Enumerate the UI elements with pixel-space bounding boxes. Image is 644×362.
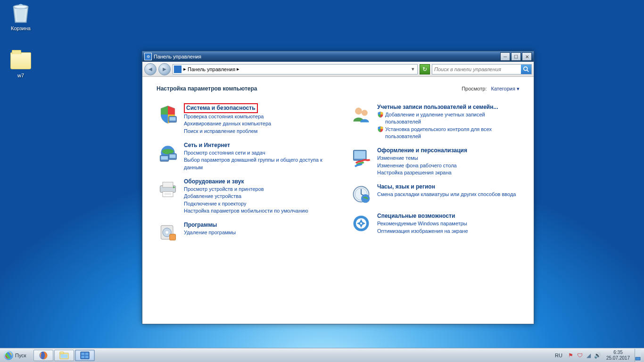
category-link[interactable]: Поиск и исправление проблем [184, 128, 271, 135]
view-dropdown[interactable]: Категория ▾ [491, 86, 520, 91]
svg-rect-37 [85, 353, 88, 355]
category-left-0: Система и безопасностьПроверка состояния… [157, 103, 326, 135]
category-link[interactable]: Просмотр состояния сети и задач [184, 149, 326, 156]
titlebar[interactable]: ⚙ Панель управления ─ ☐ ✕ [142, 51, 534, 62]
back-button[interactable]: ◄ [144, 63, 157, 75]
forward-button[interactable]: ► [158, 63, 171, 75]
control-panel-taskbar-icon [80, 351, 90, 360]
refresh-button[interactable]: ↻ [420, 64, 430, 74]
category-icon[interactable] [350, 183, 372, 206]
explorer-icon [59, 351, 69, 360]
firefox-icon [39, 351, 48, 360]
close-button[interactable]: ✕ [522, 52, 532, 61]
category-link[interactable]: Проверка состояния компьютера [184, 113, 271, 120]
tray-volume-icon[interactable]: 🔊 [594, 352, 602, 359]
category-link[interactable]: Архивирование данных компьютера [184, 120, 271, 127]
taskbar-control-panel[interactable] [75, 350, 95, 361]
category-link[interactable]: Подключение к проектору [184, 200, 308, 207]
category-link[interactable]: Удаление программы [184, 229, 236, 236]
taskbar-clock[interactable]: 6:35 25.07.2017 [604, 350, 632, 361]
svg-rect-34 [60, 354, 67, 358]
category-title[interactable]: Система и безопасность [184, 103, 271, 113]
taskbar-firefox[interactable] [33, 350, 53, 361]
taskbar: Пуск RU ⚑ 🛡 ◢ 🔊 6:35 25.07.2017 [0, 348, 644, 362]
recycle-bin-label: Корзина [3, 25, 39, 31]
search-button[interactable] [521, 65, 531, 74]
category-left-1: Сеть и ИнтернетПросмотр состояния сети и… [157, 141, 326, 171]
category-icon[interactable] [350, 147, 372, 169]
start-button[interactable]: Пуск [1, 349, 32, 362]
category-icon[interactable] [350, 103, 372, 126]
category-left-3: ПрограммыУдаление программы [157, 221, 326, 244]
svg-point-1 [524, 66, 528, 70]
svg-point-18 [165, 231, 168, 234]
search-input[interactable] [432, 66, 521, 72]
category-link[interactable]: Настройка разрешения экрана [377, 169, 467, 176]
category-link[interactable]: Оптимизация изображения на экране [377, 228, 468, 235]
category-left-2: Оборудование и звукПросмотр устройств и … [157, 178, 326, 214]
category-link[interactable]: Добавление и удаление учетных записей по… [377, 111, 520, 126]
minimize-button[interactable]: ─ [500, 52, 510, 61]
breadcrumb[interactable]: Панель управления [188, 66, 235, 72]
svg-rect-4 [170, 117, 176, 121]
category-title[interactable]: Оборудование и звук [184, 178, 308, 186]
control-panel-icon: ⚙ [144, 53, 152, 60]
tray-network-icon[interactable]: ◢ [585, 352, 593, 359]
page-heading: Настройка параметров компьютера [157, 85, 257, 92]
category-link[interactable]: Изменение темы [377, 155, 467, 162]
svg-rect-40 [636, 357, 640, 360]
category-link[interactable]: Добавление устройства [184, 193, 308, 200]
address-bar[interactable]: ▸ Панель управления ▸ ▾ [173, 64, 418, 74]
system-tray: RU ⚑ 🛡 ◢ 🔊 6:35 25.07.2017 [550, 349, 644, 362]
start-label: Пуск [15, 353, 26, 358]
svg-point-21 [362, 110, 368, 116]
svg-rect-33 [59, 352, 63, 354]
category-column-left: Система и безопасностьПроверка состояния… [157, 103, 326, 250]
recycle-bin-icon [9, 2, 32, 25]
category-icon[interactable] [157, 141, 179, 164]
language-indicator[interactable]: RU [553, 353, 564, 358]
show-desktop-button[interactable] [635, 349, 641, 362]
category-link[interactable]: Смена раскладки клавиатуры или других сп… [377, 191, 516, 198]
svg-rect-12 [163, 191, 173, 197]
category-title[interactable]: Программы [184, 221, 236, 229]
tray-security-icon[interactable]: 🛡 [576, 352, 584, 359]
category-icon[interactable] [157, 178, 179, 200]
category-title[interactable]: Учетные записи пользователей и семейн... [377, 103, 520, 111]
folder-w7-label: w7 [3, 73, 39, 78]
show-desktop-icon [635, 349, 641, 361]
maximize-button[interactable]: ☐ [511, 52, 521, 61]
control-panel-window: ⚙ Панель управления ─ ☐ ✕ ◄ ► ▸ Панель у… [142, 51, 534, 324]
category-title[interactable]: Оформление и персонализация [377, 147, 467, 155]
category-link[interactable]: Рекомендуемые Windows параметры [377, 220, 468, 227]
category-link[interactable]: Выбор параметров домашней группы и общег… [184, 156, 326, 171]
recycle-bin[interactable]: Корзина [3, 2, 39, 31]
tray-action-center-icon[interactable]: ⚑ [567, 352, 575, 359]
clock-time: 6:35 [606, 350, 630, 355]
category-link[interactable]: Установка родительского контроля для все… [377, 126, 520, 140]
content-area: Настройка параметров компьютера Просмотр… [142, 77, 534, 324]
category-title[interactable]: Сеть и Интернет [184, 141, 326, 149]
category-icon[interactable] [157, 103, 179, 126]
toolbar: ◄ ► ▸ Панель управления ▸ ▾ ↻ [142, 62, 534, 77]
taskbar-explorer[interactable] [54, 350, 74, 361]
svg-rect-36 [81, 353, 84, 355]
breadcrumb-sep-2[interactable]: ▸ [237, 66, 239, 72]
address-icon [174, 66, 182, 73]
category-title[interactable]: Специальные возможности [377, 212, 468, 220]
category-icon[interactable] [157, 221, 179, 244]
svg-rect-19 [170, 234, 176, 240]
address-dropdown[interactable]: ▾ [410, 66, 416, 72]
window-title: Панель управления [154, 54, 201, 59]
svg-rect-9 [170, 155, 176, 158]
category-icon[interactable] [350, 212, 372, 235]
search-box [432, 64, 532, 74]
category-column-right: Учетные записи пользователей и семейн...… [350, 103, 520, 250]
folder-w7[interactable]: w7 [3, 49, 39, 78]
category-title[interactable]: Часы, язык и регион [377, 183, 516, 191]
windows-orb-icon [4, 351, 13, 360]
category-link[interactable]: Просмотр устройств и принтеров [184, 186, 308, 193]
search-icon [523, 66, 529, 73]
category-link[interactable]: Настройка параметров мобильности по умол… [184, 207, 308, 214]
category-link[interactable]: Изменение фона рабочего стола [377, 162, 467, 169]
